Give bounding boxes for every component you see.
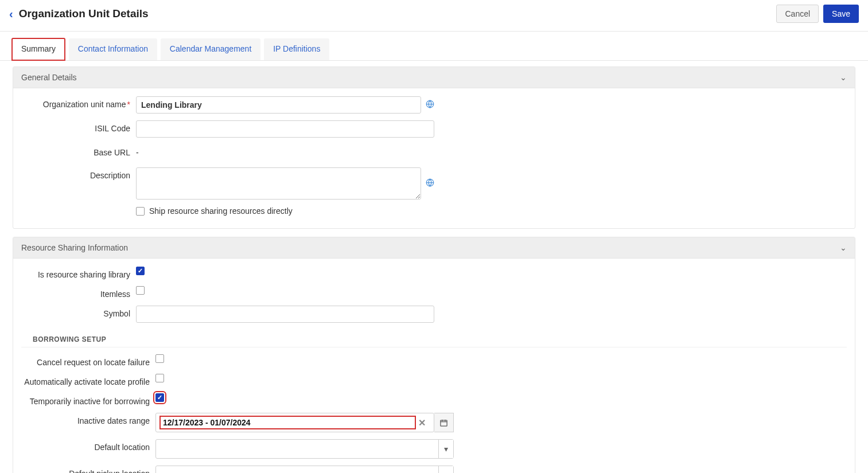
- page-header: ‹ Organization Unit Details Cancel Save: [0, 0, 868, 32]
- inactive-range-input[interactable]: 12/17/2023 - 01/07/2024 ✕: [155, 413, 434, 432]
- tab-summary[interactable]: Summary: [11, 38, 65, 61]
- page-title: Organization Unit Details: [19, 7, 772, 20]
- ctrl-default-pickup: ▾: [155, 466, 454, 473]
- label-default-pickup: Default pickup location: [21, 466, 155, 473]
- label-base-url: Base URL: [21, 144, 136, 157]
- content-area: General Details ⌄ Organization unit name…: [0, 61, 868, 473]
- ctrl-temp-inactive: ✓: [155, 393, 454, 402]
- row-ship-directly: Ship resource sharing resources directly: [21, 206, 847, 216]
- row-org-name: Organization unit name*: [21, 96, 847, 114]
- row-cancel-locate: Cancel request on locate failure: [21, 354, 847, 367]
- row-itemless: Itemless: [21, 286, 847, 299]
- row-inactive-range: Inactive dates range 12/17/2023 - 01/07/…: [21, 413, 847, 432]
- panel-title-general: General Details: [21, 73, 77, 82]
- default-pickup-select[interactable]: ▾: [155, 466, 454, 473]
- label-auto-locate: Automatically activate locate profile: [21, 374, 155, 386]
- row-symbol: Symbol: [21, 306, 847, 323]
- save-button[interactable]: Save: [823, 5, 859, 23]
- ship-directly-checkbox[interactable]: [136, 207, 145, 216]
- ship-directly-label: Ship resource sharing resources directly: [149, 206, 293, 216]
- panel-resource-sharing: Resource Sharing Information ⌄ Is resour…: [13, 237, 855, 473]
- is-rs-checkbox[interactable]: ✓: [136, 267, 145, 275]
- label-ship-spacer: [21, 206, 136, 210]
- svg-rect-2: [441, 420, 447, 426]
- ctrl-cancel-locate: [155, 354, 454, 363]
- panel-header-resource[interactable]: Resource Sharing Information ⌄: [13, 237, 855, 259]
- default-location-select[interactable]: ▾: [155, 439, 454, 459]
- calendar-icon: [439, 419, 448, 427]
- caret-down-icon: ▾: [438, 466, 453, 473]
- back-chevron-icon[interactable]: ‹: [9, 7, 13, 21]
- row-is-rs: Is resource sharing library ✓: [21, 267, 847, 279]
- row-base-url: Base URL -: [21, 144, 847, 161]
- label-itemless: Itemless: [21, 286, 136, 299]
- panel-title-resource: Resource Sharing Information: [21, 243, 128, 252]
- label-org-name: Organization unit name*: [21, 96, 136, 109]
- ctrl-auto-locate: [155, 374, 454, 382]
- label-symbol: Symbol: [21, 306, 136, 318]
- tabs-bar: Summary Contact Information Calendar Man…: [0, 32, 868, 61]
- tab-calendar-management[interactable]: Calendar Management: [161, 38, 260, 60]
- label-cancel-locate: Cancel request on locate failure: [21, 354, 155, 367]
- label-is-rs: Is resource sharing library: [21, 267, 136, 279]
- cancel-locate-checkbox[interactable]: [155, 354, 164, 363]
- label-temp-inactive: Temporarily inactive for borrowing: [21, 393, 155, 406]
- globe-icon[interactable]: [426, 100, 434, 110]
- borrowing-setup-heading: BORROWING SETUP: [21, 330, 847, 347]
- temp-inactive-checkbox[interactable]: ✓: [155, 393, 164, 402]
- symbol-input[interactable]: [136, 306, 434, 323]
- panel-general-details: General Details ⌄ Organization unit name…: [13, 67, 855, 229]
- panel-header-general[interactable]: General Details ⌄: [13, 67, 855, 88]
- ctrl-itemless: [136, 286, 434, 295]
- row-temp-inactive: Temporarily inactive for borrowing ✓: [21, 393, 847, 406]
- caret-down-icon: ▾: [438, 440, 453, 458]
- calendar-button[interactable]: [434, 413, 454, 432]
- isil-input[interactable]: [136, 120, 434, 138]
- row-description: Description: [21, 167, 847, 200]
- ctrl-ship-directly: Ship resource sharing resources directly: [136, 206, 434, 216]
- ctrl-inactive-range: 12/17/2023 - 01/07/2024 ✕: [155, 413, 454, 432]
- label-org-name-text: Organization unit name: [43, 100, 126, 109]
- row-default-pickup: Default pickup location ▾: [21, 466, 847, 473]
- row-isil: ISIL Code: [21, 120, 847, 138]
- itemless-checkbox[interactable]: [136, 286, 145, 295]
- row-auto-locate: Automatically activate locate profile: [21, 374, 847, 386]
- auto-locate-checkbox[interactable]: [155, 374, 164, 382]
- row-default-location: Default location ▾: [21, 439, 847, 459]
- chevron-down-icon: ⌄: [840, 243, 847, 252]
- date-range-wrap: 12/17/2023 - 01/07/2024 ✕: [155, 413, 454, 432]
- tab-contact-information[interactable]: Contact Information: [69, 38, 157, 60]
- chevron-down-icon: ⌄: [840, 73, 847, 82]
- panel-body-general: Organization unit name* ISIL Code Base U…: [13, 88, 855, 228]
- globe-icon[interactable]: [426, 178, 434, 189]
- label-default-location: Default location: [21, 439, 155, 452]
- org-name-input[interactable]: [136, 96, 421, 114]
- label-isil: ISIL Code: [21, 120, 136, 133]
- clear-icon[interactable]: ✕: [415, 417, 429, 428]
- cancel-button[interactable]: Cancel: [776, 5, 819, 23]
- description-textarea[interactable]: [136, 167, 421, 200]
- ctrl-isil: [136, 120, 434, 138]
- inactive-range-value: 12/17/2023 - 01/07/2024: [161, 417, 415, 428]
- tab-ip-definitions[interactable]: IP Definitions: [264, 38, 329, 60]
- ctrl-org-name: [136, 96, 434, 114]
- ctrl-is-rs: ✓: [136, 267, 434, 275]
- base-url-value: -: [136, 144, 139, 161]
- ctrl-description: [136, 167, 434, 200]
- ctrl-default-location: ▾: [155, 439, 454, 459]
- ctrl-base-url: -: [136, 144, 434, 161]
- ctrl-symbol: [136, 306, 434, 323]
- panel-body-resource: Is resource sharing library ✓ Itemless S…: [13, 259, 855, 473]
- label-description: Description: [21, 167, 136, 180]
- required-asterisk: *: [127, 100, 130, 109]
- label-inactive-range: Inactive dates range: [21, 413, 155, 425]
